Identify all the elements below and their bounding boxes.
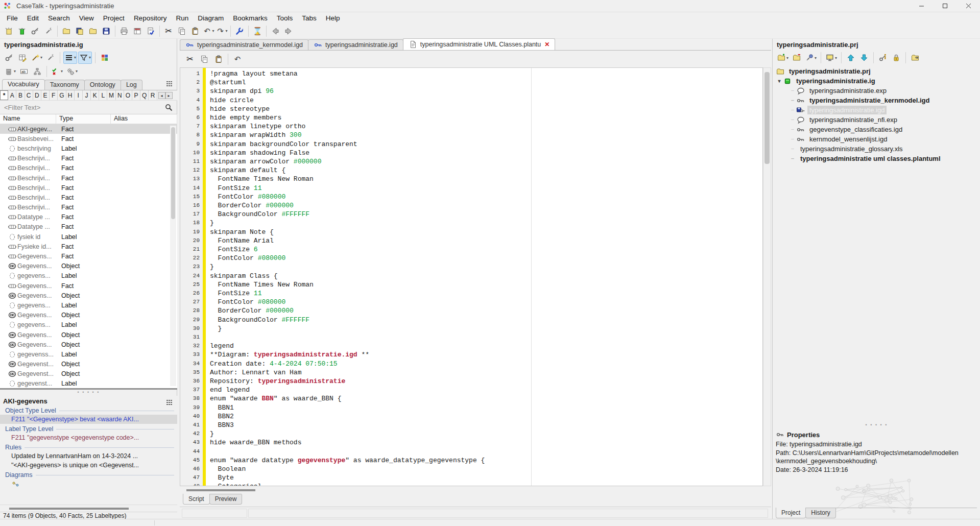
script-editor[interactable]: 1!pragma layout smetana2@startuml3skinpa… (180, 67, 763, 486)
menu-tools[interactable]: Tools (272, 13, 298, 23)
menu-repository[interactable]: Repository (129, 13, 172, 23)
section-item[interactable] (0, 479, 177, 490)
vocab-row[interactable]: Gegevens...Fact (0, 251, 177, 261)
dropdown-arrow-icon[interactable]: ▾ (14, 69, 16, 74)
alphabet-b[interactable]: B (16, 90, 25, 100)
dropdown-arrow-icon[interactable]: ▾ (225, 29, 227, 33)
close-button[interactable] (957, 0, 980, 12)
section-item[interactable]: F211 "gegevenstype <gegevenstype code>..… (0, 433, 177, 442)
dropdown-arrow-icon[interactable]: ▾ (40, 55, 42, 60)
move-up-button[interactable] (845, 52, 857, 64)
alphabet-i[interactable]: I (75, 90, 83, 100)
vocab-row[interactable]: gegevens...Label (0, 320, 177, 330)
vocab-row[interactable]: Gegevens...Fact (0, 281, 177, 291)
edit-table-button[interactable] (16, 52, 29, 64)
vocab-row[interactable]: Gegevenst...Object (0, 369, 177, 379)
hierarchy-button[interactable] (31, 65, 43, 78)
rename-button[interactable]: ab (18, 65, 30, 78)
vocab-row[interactable]: Fysieke id...Fact (0, 242, 177, 251)
vocab-row[interactable]: Beschrijvi...Fact (0, 193, 177, 202)
alphabet-l[interactable]: L (99, 90, 107, 100)
undo-button[interactable]: ↶▾ (202, 25, 215, 38)
generate-button[interactable]: ▾ (65, 65, 79, 78)
tab-taxonomy[interactable]: Taxonomy (44, 80, 85, 90)
copy-button[interactable] (175, 25, 188, 38)
wait-button[interactable]: ⌛ (251, 25, 264, 38)
tree-item[interactable]: ┄typeringsadministratie_kernmodel.igd (773, 95, 980, 105)
menu-file[interactable]: File (2, 13, 22, 23)
new-model-button[interactable] (2, 25, 15, 38)
alphabet-d[interactable]: D (33, 90, 41, 100)
key-tool-button[interactable] (29, 25, 42, 38)
editor-cut-button[interactable]: ✂ (183, 53, 197, 66)
column-header-type[interactable]: Type (56, 114, 111, 124)
validate-button[interactable] (144, 25, 157, 38)
vocab-row[interactable]: Gegevens...Object (0, 261, 177, 271)
menu-bookmarks[interactable]: Bookmarks (228, 13, 272, 23)
alphabet-p[interactable]: P (132, 90, 140, 100)
section-item[interactable]: Updated by LennartvanHam on 14-3-2024 ..… (0, 451, 177, 461)
vocab-row[interactable]: Beschrijvi...Fact (0, 154, 177, 163)
alphabet-h[interactable]: H (66, 90, 75, 100)
filter-button[interactable]: ▾ (78, 52, 92, 64)
detach-button[interactable] (44, 52, 57, 64)
properties-button[interactable] (877, 52, 889, 64)
vocab-row[interactable]: Datatype ...Fact (0, 222, 177, 232)
section-header-rules[interactable]: Rules (0, 442, 177, 451)
new-item-button[interactable] (15, 25, 29, 38)
move-down-button[interactable] (858, 52, 870, 64)
editor-tab-preview[interactable]: Preview (209, 494, 243, 505)
maximize-button[interactable] (933, 0, 957, 12)
open-recent-button[interactable] (86, 25, 100, 38)
project-tab-project[interactable]: Project (776, 508, 806, 518)
alphabet-e[interactable]: E (41, 90, 50, 100)
alphabet-all[interactable]: * (0, 90, 8, 100)
menu-search[interactable]: Search (43, 13, 75, 23)
dropdown-arrow-icon[interactable]: ▾ (835, 56, 837, 60)
add-file-button[interactable]: ▾ (776, 52, 790, 64)
tree-item[interactable]: ┄typeringsadministratie uml classes.plan… (773, 154, 980, 163)
project-tab-history[interactable]: History (805, 508, 835, 518)
editor-vertical-scrollbar[interactable] (763, 67, 771, 486)
menu-diagram[interactable]: Diagram (193, 13, 228, 23)
save-button[interactable] (100, 25, 113, 38)
search-icon[interactable] (164, 103, 173, 112)
tab-ontology[interactable]: Ontology (84, 80, 121, 90)
alphabet-g[interactable]: G (58, 90, 66, 100)
tree-item[interactable]: ┄gegevenstype_classificaties.igd (773, 125, 980, 134)
menu-tabs[interactable]: Tabs (297, 13, 321, 23)
editor-paste-button[interactable] (211, 53, 226, 66)
menu-project[interactable]: Project (99, 13, 129, 23)
filter-input[interactable]: <Filter Text> (4, 104, 40, 111)
column-header-name[interactable]: Name (0, 114, 56, 124)
paste-button[interactable] (188, 25, 202, 38)
tab-vocabulary[interactable]: Vocabulary (2, 79, 45, 90)
expander-icon[interactable]: ▾ (776, 78, 783, 84)
vocab-row[interactable]: Basisbevei...Fact (0, 134, 177, 144)
export-button[interactable] (909, 52, 921, 64)
grid-icon[interactable] (165, 398, 174, 407)
alphabet-r[interactable]: R (149, 90, 157, 100)
toggle-check-button[interactable]: ▾ (50, 65, 64, 78)
open-model-button[interactable] (73, 25, 86, 38)
vocab-row[interactable]: Beschrijvi...Fact (0, 183, 177, 193)
alphabet-scroll-left[interactable]: ◂ (158, 92, 165, 99)
detach-tool-button[interactable] (42, 25, 55, 38)
vocab-row[interactable]: fysiek idLabel (0, 232, 177, 242)
tree-item[interactable]: ┄typeringsadministratie_nfi.exp (773, 115, 980, 125)
vocab-row[interactable]: beschrijvingLabel (0, 144, 177, 153)
tree-item[interactable]: ▾typeringsadministratie.ig (773, 76, 980, 86)
tree-item[interactable]: ┄kernmodel_wensenlijst.igd (773, 134, 980, 144)
delete-button[interactable]: ▾ (3, 65, 17, 78)
editor-undo-button[interactable]: ↶ (230, 53, 245, 66)
tools-button[interactable] (233, 25, 246, 38)
alphabet-f[interactable]: F (50, 90, 58, 100)
menu-help[interactable]: Help (321, 13, 345, 23)
menu-edit[interactable]: Edit (22, 13, 43, 23)
document-tab[interactable]: typeringsadministratie_kernmodel.igd (180, 39, 308, 50)
palette-button[interactable] (99, 52, 111, 64)
vocab-row[interactable]: Gegevens...Object (0, 291, 177, 300)
section-item[interactable]: "<AKI-gegevens> is unique on <Gegevenst.… (0, 461, 177, 470)
editor-copy-button[interactable] (197, 53, 211, 66)
view-button[interactable]: ▾ (824, 52, 838, 64)
